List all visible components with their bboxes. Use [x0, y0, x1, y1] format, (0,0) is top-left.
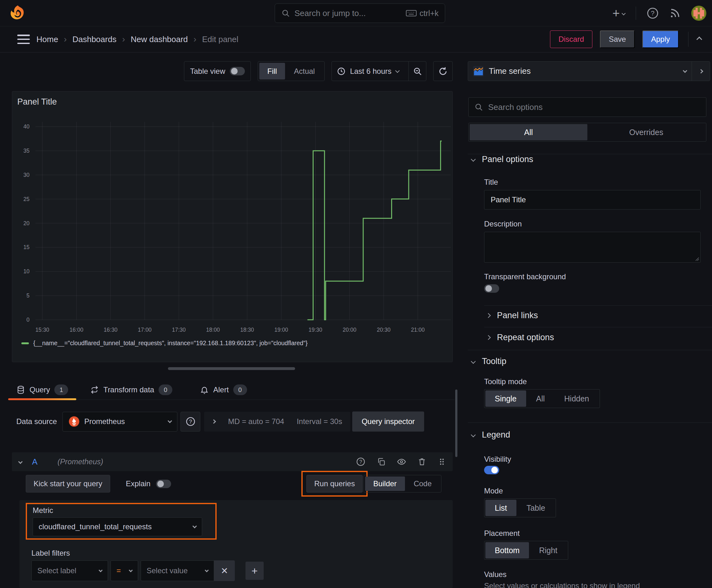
collapse-query-icon[interactable]	[18, 460, 23, 464]
query-options-row[interactable]: MD = auto = 704 Interval = 30s	[204, 412, 350, 432]
breadcrumb-home[interactable]: Home	[37, 35, 58, 44]
panel-resize-handle[interactable]	[168, 367, 295, 370]
active-tab-underline	[8, 398, 76, 400]
panel-title-input[interactable]: Panel Title	[484, 190, 701, 210]
avatar[interactable]	[691, 6, 706, 21]
svg-text:15: 15	[24, 244, 29, 250]
tooltip-all-option[interactable]: All	[527, 391, 555, 407]
collapse-header-icon[interactable]	[696, 37, 702, 42]
menu-toggle-icon[interactable]	[17, 35, 30, 44]
tooltip-single-option[interactable]: Single	[486, 391, 526, 407]
transparent-background-toggle[interactable]	[484, 284, 499, 293]
query-row-a-header: A (Prometheus) ?	[12, 452, 453, 471]
query-ref-id[interactable]: A	[32, 457, 37, 467]
query-count-badge: 1	[54, 384, 68, 395]
legend-visibility-toggle[interactable]	[484, 466, 499, 474]
chevron-down-icon	[471, 433, 476, 438]
select-label-dropdown[interactable]: Select label	[31, 560, 108, 581]
grafana-logo-icon[interactable]	[9, 4, 26, 22]
divider	[468, 350, 712, 350]
legend-header[interactable]: Legend	[472, 430, 510, 440]
datasource-value: Prometheus	[84, 417, 164, 426]
tooltip-mode-label: Tooltip mode	[484, 377, 527, 386]
legend-values-help: Select values or calculations to show in…	[484, 582, 640, 588]
time-range-picker[interactable]: Last 6 hours	[332, 62, 404, 81]
datasource-help-button[interactable]: ?	[180, 412, 200, 432]
repeat-options-header[interactable]: Repeat options	[487, 333, 554, 342]
interval: Interval = 30s	[297, 417, 342, 426]
search-options-placeholder: Search options	[488, 102, 542, 112]
time-series-viz-icon	[473, 66, 484, 77]
save-button[interactable]: Save	[600, 30, 635, 48]
table-view-label: Table view	[190, 67, 225, 76]
fill-actual-switch: Fill Actual	[258, 61, 325, 81]
new-menu-button[interactable]: +	[612, 7, 625, 19]
global-search-input[interactable]: Search or jump to... ctrl+k	[275, 3, 445, 23]
table-view-toggle[interactable]	[230, 67, 245, 76]
builder-option[interactable]: Builder	[365, 477, 405, 491]
drag-handle-icon[interactable]	[438, 457, 446, 466]
legend-placement-bottom[interactable]: Bottom	[486, 542, 529, 559]
main-scrollbar[interactable]	[455, 390, 457, 457]
fill-option[interactable]: Fill	[259, 63, 285, 80]
tab-query[interactable]: Query 1	[8, 380, 76, 400]
query-inspector-button[interactable]: Query inspector	[352, 412, 424, 432]
tooltip-hidden-option[interactable]: Hidden	[555, 391, 598, 407]
collapse-options-button[interactable]	[692, 62, 710, 81]
svg-text:18:30: 18:30	[240, 327, 254, 333]
tab-overrides[interactable]: Overrides	[587, 124, 705, 141]
tab-transform[interactable]: Transform data 0	[82, 380, 180, 400]
breadcrumb-dashboards[interactable]: Dashboards	[72, 35, 116, 44]
datasource-select[interactable]: Prometheus	[63, 412, 177, 432]
tooltip-header[interactable]: Tooltip	[472, 357, 506, 366]
add-filter-button[interactable]: +	[245, 562, 264, 580]
metric-select[interactable]: cloudflared_tunnel_total_requests	[33, 517, 202, 536]
legend-mode-list[interactable]: List	[486, 500, 516, 516]
run-queries-button[interactable]: Run queries	[306, 475, 363, 492]
query-datasource-hint: (Prometheus)	[58, 457, 103, 466]
select-value-dropdown[interactable]: Select value	[141, 560, 214, 581]
breadcrumb-dashboard-name[interactable]: New dashboard	[131, 35, 188, 44]
visualization-select[interactable]: Time series	[468, 62, 692, 81]
news-rss-icon[interactable]	[669, 7, 681, 19]
code-option[interactable]: Code	[406, 477, 440, 491]
search-options-input[interactable]: Search options	[468, 97, 706, 117]
delete-query-icon[interactable]	[417, 457, 426, 466]
tab-all[interactable]: All	[470, 124, 587, 141]
resize-corner-icon	[694, 256, 699, 261]
legend-values-label: Values	[484, 570, 507, 579]
visualization-value: Time series	[489, 66, 678, 76]
description-textarea[interactable]	[484, 232, 701, 262]
breadcrumb-current: Edit panel	[202, 35, 239, 44]
help-icon[interactable]: ?	[647, 7, 659, 19]
legend-placement-right[interactable]: Right	[530, 542, 567, 559]
tooltip-mode-switch: Single All Hidden	[484, 389, 600, 408]
panel-links-header[interactable]: Panel links	[487, 311, 538, 320]
legend-mode-table[interactable]: Table	[517, 500, 555, 516]
remove-filter-button[interactable]: ✕	[214, 560, 235, 581]
refresh-button[interactable]	[433, 61, 453, 81]
bell-icon	[200, 385, 209, 394]
search-placeholder: Search or jump to...	[295, 8, 406, 18]
apply-button[interactable]: Apply	[642, 30, 679, 48]
duplicate-query-icon[interactable]	[377, 457, 386, 466]
discard-button[interactable]: Discard	[550, 30, 592, 48]
svg-text:17:00: 17:00	[138, 327, 152, 333]
zoom-out-button[interactable]	[408, 62, 426, 81]
actual-option[interactable]: Actual	[286, 63, 323, 80]
query-actions-row: Kick start your query Explain Run querie…	[12, 475, 453, 492]
operator-dropdown[interactable]: =	[110, 560, 138, 581]
transform-icon	[90, 385, 99, 394]
description-label: Description	[484, 219, 522, 228]
hide-query-icon[interactable]	[397, 457, 406, 466]
panel-options-header[interactable]: Panel options	[472, 154, 533, 164]
query-help-icon[interactable]: ?	[356, 457, 365, 466]
legend-placement-switch: Bottom Right	[484, 541, 568, 560]
legend-item[interactable]: {__name__="cloudflared_tunnel_total_requ…	[21, 339, 308, 347]
kick-start-query-button[interactable]: Kick start your query	[26, 475, 110, 492]
prometheus-icon	[68, 416, 80, 427]
alert-count-badge: 0	[233, 384, 247, 395]
explain-toggle[interactable]	[156, 480, 171, 488]
datasource-label: Data source	[12, 412, 61, 432]
tab-alert[interactable]: Alert 0	[192, 380, 255, 400]
